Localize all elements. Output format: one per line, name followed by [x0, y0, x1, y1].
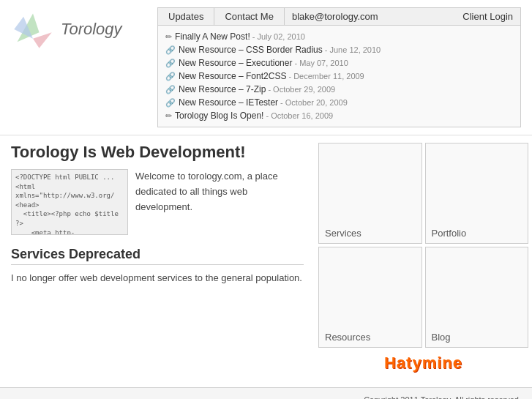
main-content: Torology Is Web Development! <?DOCTYPE h…: [0, 135, 532, 380]
copyright-text: Copyright 2011 Torology. All rights rese…: [364, 395, 521, 399]
code-welcome-block: <?DOCTYPE html PUBLIC ...<html xmlns="ht…: [11, 169, 304, 235]
services-box[interactable]: Services: [318, 143, 422, 244]
logo-icon: [11, 7, 55, 51]
resources-box[interactable]: Resources: [318, 247, 422, 348]
update-title[interactable]: New Resource – CSS Border Radius: [179, 45, 323, 55]
services-section: Services Deprecated I no longer offer we…: [11, 247, 304, 286]
link-icon: 🔗: [165, 72, 176, 81]
contact-tab[interactable]: Contact Me: [214, 8, 284, 25]
services-deprecated-title: Services Deprecated: [11, 247, 304, 265]
blog-label: Blog: [432, 332, 451, 343]
update-item: 🔗 New Resource – 7-Zip - October 29, 200…: [165, 83, 513, 96]
update-title[interactable]: Finally A New Post!: [175, 31, 250, 42]
update-item: 🔗 New Resource – Font2CSS - December 11,…: [165, 70, 513, 83]
logo-area: Torology: [11, 7, 157, 51]
update-item: ✏ Finally A New Post! - July 02, 2010: [165, 30, 513, 43]
footer: Home Services Portfolio Resources Blog C…: [0, 387, 532, 399]
update-item: ✏ Torology Blog Is Open! - October 16, 2…: [165, 109, 513, 122]
update-date: - October 16, 2009: [266, 111, 333, 120]
logo-text: Torology: [61, 20, 122, 39]
updates-list: ✏ Finally A New Post! - July 02, 2010 🔗 …: [158, 26, 520, 127]
update-item: 🔗 New Resource – Executioner - May 07, 2…: [165, 56, 513, 70]
pencil-icon: ✏: [165, 111, 172, 121]
update-item: 🔗 New Resource – CSS Border Radius - Jun…: [165, 43, 513, 56]
welcome-text: Welcome to torology.com, a place dedicat…: [135, 169, 304, 235]
update-date: - October 29, 2009: [268, 85, 335, 94]
link-icon: 🔗: [165, 45, 176, 55]
email-display: blake@torology.com: [285, 8, 455, 25]
update-date: - December 11, 2009: [288, 72, 364, 81]
portfolio-label: Portfolio: [432, 228, 467, 239]
hatymine-badge: Hatymine: [318, 354, 528, 373]
update-date: - June 12, 2010: [325, 45, 381, 54]
blog-box[interactable]: Blog: [425, 247, 529, 348]
updates-panel: Updates Contact Me blake@torology.com Cl…: [157, 7, 521, 127]
page-title: Torology Is Web Development!: [11, 143, 304, 162]
link-icon: 🔗: [165, 59, 176, 68]
update-date: - May 07, 2010: [294, 59, 348, 67]
update-title[interactable]: New Resource – Font2CSS: [179, 71, 286, 81]
link-icon: 🔗: [165, 98, 176, 108]
pencil-icon: ✏: [165, 32, 172, 42]
update-item: 🔗 New Resource – IETester - October 20, …: [165, 96, 513, 109]
update-title[interactable]: New Resource – Executioner: [179, 58, 292, 68]
update-title[interactable]: New Resource – 7-Zip: [179, 84, 266, 94]
left-column: Torology Is Web Development! <?DOCTYPE h…: [0, 143, 315, 373]
updates-tabs: Updates Contact Me blake@torology.com Cl…: [158, 8, 520, 26]
svg-marker-2: [33, 32, 52, 48]
services-deprecated-content: I no longer offer web development servic…: [11, 271, 304, 286]
update-date: - July 02, 2010: [252, 32, 305, 41]
footer-right: Copyright 2011 Torology. All rights rese…: [364, 394, 521, 399]
nav-grid: Services Portfolio Resources Blog: [318, 143, 528, 348]
updates-tab[interactable]: Updates: [158, 8, 214, 25]
services-label: Services: [325, 228, 361, 239]
update-date: - October 20, 2009: [280, 98, 348, 107]
update-title[interactable]: Torology Blog Is Open!: [175, 111, 263, 121]
header: Torology Updates Contact Me blake@torolo…: [0, 0, 532, 135]
link-icon: 🔗: [165, 85, 176, 94]
client-login-link[interactable]: Client Login: [455, 8, 520, 25]
resources-label: Resources: [325, 332, 370, 343]
update-title[interactable]: New Resource – IETester: [179, 97, 278, 108]
portfolio-box[interactable]: Portfolio: [425, 143, 529, 244]
right-column: Services Portfolio Resources Blog Hatymi…: [315, 143, 532, 373]
code-sample: <?DOCTYPE html PUBLIC ...<html xmlns="ht…: [11, 169, 128, 235]
